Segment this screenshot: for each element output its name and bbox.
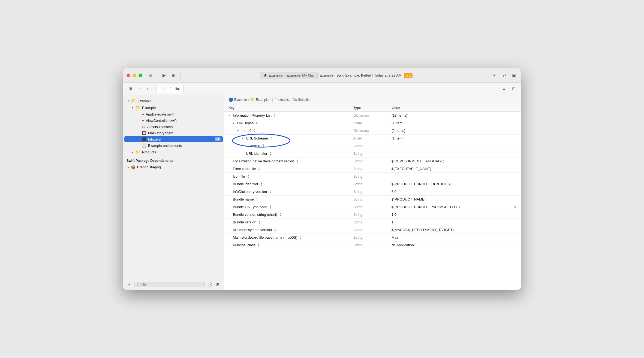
tree-item-infoplist[interactable]: ⬛ Info.plist M: [124, 136, 223, 142]
close-button[interactable]: [127, 74, 130, 77]
sidebar-toggle-icon[interactable]: ⊟: [147, 72, 154, 79]
stepper[interactable]: ▲▼: [254, 129, 257, 133]
plus-minus-button[interactable]: ⊞: [215, 281, 221, 288]
split-editor-icon[interactable]: ⊟: [510, 85, 517, 93]
stepper[interactable]: ▲▼: [279, 213, 283, 217]
tree-label: Example: [138, 99, 152, 103]
stepper[interactable]: ▲▼: [256, 121, 260, 125]
add-file-button[interactable]: ＋: [126, 281, 133, 288]
stepper[interactable]: ▲▼: [274, 113, 278, 118]
plist-row-main-storyboard[interactable]: Main storyboard file base name (macOS) ▲…: [224, 234, 521, 241]
tree-item-mainstoryboard[interactable]: 🔲 Main.storyboard: [124, 130, 223, 136]
plist-row-bundle-os-type[interactable]: Bundle OS Type code ▲▼ ＋ － String $(PROD…: [224, 203, 521, 211]
plist-row-infodict-version[interactable]: InfoDictionary version ▲▼ String 6.0: [224, 188, 521, 196]
plist-row-principal-class[interactable]: Principal class ▲▼ String NSApplication: [224, 241, 521, 249]
expand-arrow[interactable]: ▾: [242, 137, 245, 140]
history-button[interactable]: 🕒: [206, 281, 213, 288]
title-bar-right: ＋ ⇄ ▣: [491, 72, 517, 79]
stepper[interactable]: ▲▼: [296, 159, 300, 163]
stepper[interactable]: ▲▼: [256, 197, 260, 202]
tree-item-example-root[interactable]: ▾ 📁 Example: [124, 98, 223, 104]
device-text: Example: [287, 73, 301, 77]
dropdown-arrow[interactable]: ⇅: [514, 205, 516, 209]
plist-key: Main storyboard file base name (macOS) ▲…: [228, 235, 353, 240]
breadcrumb-example[interactable]: Example: [234, 98, 247, 102]
chevron-right-icon: ›: [284, 74, 285, 77]
plist-row-item0-urlschemes[interactable]: Item 0 ▲▼ String: [224, 142, 521, 150]
tree-label: Example.entitlements: [148, 144, 182, 148]
stepper[interactable]: ▲▼: [271, 136, 275, 141]
expand-arrow: ▾: [127, 99, 130, 102]
plist-type: String: [353, 213, 392, 217]
expand-arrow[interactable]: ▾: [237, 129, 240, 132]
grid-icon[interactable]: ⊞: [127, 85, 134, 93]
folder-icon: 📁: [135, 150, 140, 154]
stop-icon[interactable]: ■: [170, 72, 177, 79]
sidebar-tree[interactable]: ▾ 📁 Example ▾ 📁 Example ● AppDelegate.sw…: [123, 95, 224, 279]
plist-row-info-prop-list[interactable]: ▾ Information Property List ▲▼ Dictionar…: [224, 112, 521, 119]
plist-row-url-schemes[interactable]: ▾ URL Schemes ▲▼ Array (1 item): [224, 135, 521, 142]
stepper[interactable]: ▲▼: [258, 243, 261, 247]
tree-item-viewcontroller[interactable]: ● ViewController.swift: [124, 117, 223, 123]
stepper[interactable]: ▲▼: [262, 144, 266, 148]
tree-item-assets[interactable]: 🗂 Assets.xcassets: [124, 124, 223, 130]
plist-row-url-identifier[interactable]: URL identifier ▲▼ String: [224, 150, 521, 157]
split-view-icon[interactable]: ⇄: [501, 72, 508, 79]
tree-item-products[interactable]: ▸ 📁 Products: [124, 149, 223, 155]
plist-row-item0-urltypes[interactable]: ▾ Item 0 ▲▼ Dictionary (2 items): [224, 127, 521, 135]
lines-icon[interactable]: ≡: [500, 85, 508, 93]
value-header: Value: [392, 106, 516, 110]
stepper[interactable]: ▲▼: [260, 182, 264, 186]
tree-item-appdelegate[interactable]: ● AppDelegate.swift: [124, 111, 223, 117]
plist-key: ▾ Information Property List ▲▼: [228, 113, 353, 118]
minimize-button[interactable]: [133, 74, 136, 77]
stepper[interactable]: ▲▼: [274, 228, 278, 232]
add-button[interactable]: ＋: [491, 72, 498, 79]
plist-row-icon-file[interactable]: Icon file ▲▼ String: [224, 173, 521, 180]
stepper[interactable]: ▲▼: [269, 205, 273, 209]
breadcrumb-no-selection[interactable]: No Selection: [293, 98, 311, 102]
back-button[interactable]: ‹: [135, 85, 143, 93]
scheme-selector[interactable]: 🖥 Example › Example My Mac: [260, 72, 318, 79]
toolbar: ⊞ ‹ › 📄 Info.plist ≡ ⊟: [123, 83, 521, 95]
breadcrumb-example-folder[interactable]: Example: [256, 98, 269, 102]
plist-type: String: [353, 167, 392, 171]
plist-row-bundle-name[interactable]: Bundle name ▲▼ String $(PRODUCT_NAME): [224, 196, 521, 203]
plist-row-min-system-version[interactable]: Minimum system version ▲▼ String $(MACOS…: [224, 226, 521, 234]
stepper[interactable]: ▲▼: [247, 174, 251, 179]
plist-row-url-types[interactable]: ▾ URL types ▲▼ Array (1 item): [224, 119, 521, 127]
plist-row-bundle-version-short[interactable]: Bundle version string (short) ▲▼ String …: [224, 211, 521, 219]
editor-area: 🔵 Example › 📁 Example › 📄 Info.plist › N…: [224, 95, 521, 290]
filter-input[interactable]: [140, 283, 202, 286]
play-icon[interactable]: ▶: [161, 72, 168, 79]
breadcrumb-infoplist[interactable]: Info.plist: [278, 98, 290, 102]
forward-button[interactable]: ›: [144, 85, 152, 93]
warning-badge[interactable]: ⚠ 1: [404, 73, 413, 78]
tree-item-branch-staging[interactable]: ▸ 📦 Branch staging: [124, 164, 223, 170]
filter-box[interactable]: ⊙: [134, 282, 205, 287]
panels-icon[interactable]: ▣: [510, 72, 517, 79]
plist-value: $(PRODUCT_BUNDLE_IDENTIFIER): [392, 182, 516, 186]
plist-row-localization[interactable]: Localization native development region ▲…: [224, 157, 521, 165]
stepper[interactable]: ▲▼: [269, 151, 273, 156]
plist-row-bundle-id[interactable]: Bundle identifier ▲▼ String $(PRODUCT_BU…: [224, 180, 521, 188]
plist-key: Icon file ▲▼: [228, 174, 353, 179]
tab-infoplist[interactable]: 📄 Info.plist: [156, 85, 184, 93]
plist-key: InfoDictionary version ▲▼: [228, 190, 353, 194]
add-item-button[interactable]: ＋: [276, 205, 281, 209]
expand-arrow[interactable]: ▾: [233, 122, 236, 125]
plist-row-executable[interactable]: Executable file ▲▼ String $(EXECUTABLE_N…: [224, 165, 521, 173]
plist-row-bundle-version[interactable]: Bundle version ▲▼ String 1: [224, 219, 521, 226]
separator: [157, 72, 157, 79]
stepper[interactable]: ▲▼: [258, 220, 262, 224]
fullscreen-button[interactable]: [139, 74, 142, 77]
remove-item-button[interactable]: －: [281, 205, 286, 209]
stepper[interactable]: ▲▼: [258, 167, 262, 171]
tree-item-example-folder[interactable]: ▾ 📁 Example: [124, 104, 223, 111]
warning-count: 1: [409, 74, 411, 77]
key-text: URL identifier: [246, 151, 267, 156]
expand-arrow[interactable]: ▾: [228, 114, 232, 117]
stepper[interactable]: ▲▼: [300, 235, 303, 240]
stepper[interactable]: ▲▼: [269, 190, 273, 194]
tree-item-entitlements[interactable]: ⬜ Example.entitlements: [124, 142, 223, 148]
